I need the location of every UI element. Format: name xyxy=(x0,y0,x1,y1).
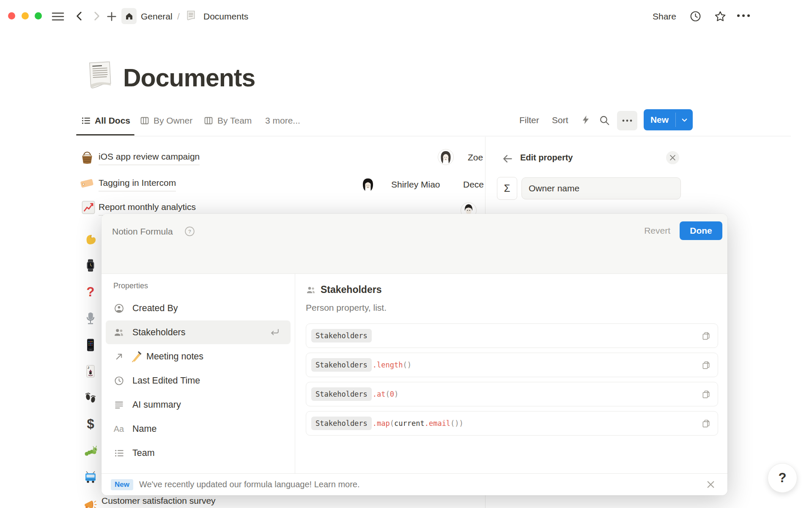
window-minimize-button[interactable] xyxy=(22,12,29,19)
view-options-button[interactable] xyxy=(617,111,637,130)
new-button-label[interactable]: New xyxy=(644,109,675,130)
board-view-icon xyxy=(140,116,150,126)
back-arrow-icon[interactable] xyxy=(502,153,513,165)
window-close-button[interactable] xyxy=(8,12,15,19)
text-lines-icon xyxy=(113,400,124,410)
banner-text: We've recently updated our formula langu… xyxy=(139,480,360,489)
forward-icon[interactable] xyxy=(91,11,102,22)
tab-by-owner[interactable]: By Owner xyxy=(140,114,192,127)
tab-label: By Owner xyxy=(154,116,192,126)
home-button[interactable] xyxy=(121,8,137,24)
tab-by-team[interactable]: By Team xyxy=(203,114,252,127)
table-row-title[interactable]: iOS app review campaign xyxy=(99,152,200,165)
footprints-emoji xyxy=(84,391,97,405)
board-view-icon xyxy=(203,116,214,126)
property-detail-pane: Stakeholders Person property, list. Stak… xyxy=(295,274,727,473)
chart-increasing-emoji xyxy=(81,200,96,215)
dollar-sign-emoji: $ xyxy=(84,417,97,431)
sidebar-menu-icon[interactable] xyxy=(52,12,64,21)
people-icon xyxy=(113,327,124,338)
sort-button[interactable]: Sort xyxy=(552,115,568,125)
tab-more-views[interactable]: 3 more... xyxy=(265,114,300,127)
caterpillar-emoji xyxy=(84,444,97,458)
formula-header-label: Notion Formula xyxy=(112,226,173,237)
property-item-created-by[interactable]: Created By xyxy=(106,296,291,320)
formula-editor-modal: Notion Formula ? Revert Done Properties … xyxy=(102,214,727,495)
formula-header: Notion Formula ? Revert Done xyxy=(102,214,727,274)
ellipsis-icon xyxy=(622,119,633,122)
copy-icon[interactable] xyxy=(701,389,711,399)
tab-all-docs[interactable]: All Docs xyxy=(81,114,130,127)
property-item-stakeholders[interactable]: Stakeholders xyxy=(106,320,291,344)
home-icon xyxy=(125,12,134,21)
formula-example-row[interactable]: Stakeholders .at ( 0 ) xyxy=(306,382,718,406)
detail-heading: Stakeholders xyxy=(321,284,381,295)
red-question-mark-emoji: ? xyxy=(84,285,97,299)
copy-icon[interactable] xyxy=(701,331,711,341)
copy-icon[interactable] xyxy=(701,360,711,370)
owner-name: Shirley Miao xyxy=(391,179,440,190)
edit-property-title: Edit property xyxy=(520,153,573,163)
svg-text:?: ? xyxy=(188,229,191,234)
help-button[interactable]: ? xyxy=(768,463,797,493)
formula-update-banner: New We've recently updated our formula l… xyxy=(102,473,727,495)
avatar xyxy=(438,149,454,165)
tab-label: 3 more... xyxy=(265,116,300,126)
property-item-name[interactable]: Aa Name xyxy=(106,417,291,441)
property-type-button[interactable]: Σ xyxy=(497,177,517,200)
flexed-biceps-emoji xyxy=(84,232,97,246)
svg-text:J: J xyxy=(88,366,89,369)
mobile-phone-emoji xyxy=(84,338,97,352)
title-aa-icon: Aa xyxy=(113,424,124,434)
table-row-title[interactable]: Tagging in Intercom xyxy=(99,178,176,191)
new-tab-icon[interactable] xyxy=(106,11,118,22)
formula-example-row[interactable]: Stakeholders .map ( current .email ()) xyxy=(306,411,718,436)
tab-label: All Docs xyxy=(95,116,130,126)
breadcrumb-workspace[interactable]: General xyxy=(141,11,173,22)
back-icon[interactable] xyxy=(74,11,85,22)
properties-pane: Properties Created By Stakeholders xyxy=(102,274,295,473)
formula-example-row[interactable]: Stakeholders xyxy=(306,323,718,348)
list-view-icon xyxy=(81,116,91,126)
detail-subtitle: Person property, list. xyxy=(306,303,718,313)
property-item-team[interactable]: Team xyxy=(106,441,291,465)
tag-emoji xyxy=(80,176,94,190)
document-page-icon xyxy=(185,10,197,21)
property-item-last-edited-time[interactable]: Last Edited Time xyxy=(106,369,291,392)
automations-bolt-icon[interactable] xyxy=(580,114,591,125)
titlebar: General / Documents Share xyxy=(0,0,812,32)
studio-microphone-emoji xyxy=(84,312,97,325)
close-icon[interactable] xyxy=(707,480,715,489)
new-dropdown-button[interactable] xyxy=(676,109,693,130)
trolleybus-emoji xyxy=(84,471,97,484)
bulleted-list-icon xyxy=(113,448,124,458)
updates-clock-icon[interactable] xyxy=(689,10,702,22)
property-item-ai-summary[interactable]: AI summary xyxy=(106,393,291,417)
search-icon[interactable] xyxy=(599,115,610,126)
window-zoom-button[interactable] xyxy=(35,12,42,19)
filter-button[interactable]: Filter xyxy=(519,115,539,125)
help-circle-icon[interactable]: ? xyxy=(184,226,195,237)
copy-icon[interactable] xyxy=(701,419,711,428)
return-key-icon xyxy=(269,327,280,338)
person-circle-icon xyxy=(113,303,124,314)
share-button[interactable]: Share xyxy=(653,11,676,22)
basket-emoji xyxy=(80,150,94,165)
more-options-icon[interactable] xyxy=(736,14,751,18)
table-row-title[interactable]: Customer satisfaction survey xyxy=(102,496,216,506)
new-button[interactable]: New xyxy=(644,109,693,130)
property-name-input[interactable] xyxy=(521,177,681,199)
joker-card-emoji: J xyxy=(84,364,97,378)
new-badge: New xyxy=(111,479,133,490)
done-button[interactable]: Done xyxy=(680,221,722,240)
formula-example-row[interactable]: Stakeholders .length () xyxy=(306,353,718,377)
favorite-star-icon[interactable] xyxy=(714,10,727,23)
tab-label: By Team xyxy=(217,116,252,126)
breadcrumb-page[interactable]: Documents xyxy=(203,11,248,22)
property-item-meeting-notes[interactable]: Meeting notes xyxy=(106,345,291,368)
revert-button[interactable]: Revert xyxy=(644,226,670,236)
chevron-down-icon xyxy=(681,116,688,124)
close-icon[interactable] xyxy=(666,151,679,164)
breadcrumb-separator: / xyxy=(177,11,180,22)
owner-name: Zoe xyxy=(468,152,483,163)
